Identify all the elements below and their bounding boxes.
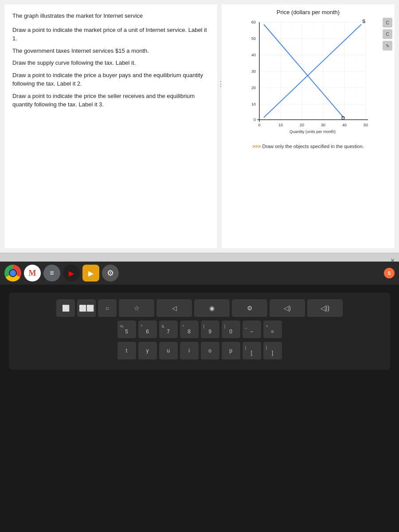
key-mute[interactable]: ◁) — [270, 299, 305, 318]
chrome-icon[interactable] — [4, 265, 21, 282]
svg-text:10: 10 — [278, 123, 283, 127]
key-lbracket[interactable]: {[ — [243, 342, 261, 360]
svg-text:D: D — [341, 115, 345, 121]
key-circle[interactable]: ○ — [98, 299, 117, 318]
svg-text:Quantity (units per month): Quantity (units per month) — [289, 129, 336, 134]
svg-text:10: 10 — [251, 102, 256, 106]
key-minus[interactable]: _− — [243, 321, 261, 339]
key-6[interactable]: ^6 — [138, 321, 157, 339]
side-icons: C C ✎ — [383, 18, 392, 51]
svg-text:0: 0 — [258, 123, 260, 127]
svg-line-41 — [264, 24, 344, 117]
key-5[interactable]: %5 — [117, 321, 136, 339]
key-multiwindow[interactable]: ⬜⬜ — [77, 299, 96, 318]
plex-icon[interactable]: ▶ — [82, 265, 99, 282]
taskbar: M ≡ ▶ ▶ ⚙ S — [0, 262, 399, 285]
keyboard: ⬜ ⬜⬜ ○ ☆ ◁ ◉ ⚙ ◁) ◁)) %5 ^6 &7 *8 — [9, 293, 390, 370]
svg-text:30: 30 — [321, 123, 325, 127]
tyuiop-row: t y u i o p {[ }] — [16, 342, 383, 360]
function-key-row: ⬜ ⬜⬜ ○ ☆ ◁ ◉ ⚙ ◁) ◁)) — [16, 299, 383, 318]
svg-text:20: 20 — [251, 86, 256, 90]
side-icon-1[interactable]: C — [383, 18, 392, 27]
main-content: The graph illustrates the market for Int… — [0, 0, 399, 253]
settings-icon[interactable]: ⚙ — [102, 265, 119, 282]
svg-text:40: 40 — [251, 53, 256, 57]
draw-instruction: >>> Draw only the objects specified in t… — [252, 144, 364, 149]
svg-text:30: 30 — [251, 69, 256, 74]
side-icon-3[interactable]: ✎ — [383, 41, 392, 51]
gmail-icon[interactable]: M — [24, 265, 41, 282]
svg-text:40: 40 — [342, 123, 347, 127]
side-icon-2[interactable]: C — [383, 29, 392, 39]
key-o[interactable]: o — [201, 342, 219, 360]
key-t[interactable]: t — [117, 342, 136, 360]
svg-text:50: 50 — [364, 123, 368, 127]
task-1: Draw a point to indicate the market pric… — [12, 26, 209, 43]
key-equals[interactable]: += — [263, 321, 282, 339]
key-7[interactable]: &7 — [159, 321, 178, 339]
key-y[interactable]: y — [138, 342, 157, 360]
files-icon[interactable]: ≡ — [43, 265, 60, 282]
key-p[interactable]: p — [222, 342, 240, 360]
key-screen[interactable]: ⬜ — [56, 299, 75, 318]
key-0[interactable]: )0 — [222, 321, 240, 339]
taskbar-badge: S — [384, 268, 395, 278]
taskbar-right: S — [384, 268, 395, 278]
key-mirror[interactable]: ◉ — [194, 299, 230, 318]
draw-note-text: Draw only the objects specified in the q… — [262, 144, 364, 149]
key-brightness-down[interactable]: ☆ — [119, 299, 154, 318]
key-settings-fn[interactable]: ⚙ — [232, 299, 267, 318]
keyboard-area: ⬜ ⬜⬜ ○ ☆ ◁ ◉ ⚙ ◁) ◁)) %5 ^6 &7 *8 — [0, 284, 399, 532]
key-u[interactable]: u — [159, 342, 178, 360]
intro-text: The graph illustrates the market for Int… — [12, 12, 209, 20]
key-8[interactable]: *8 — [180, 321, 199, 339]
key-brightness-up[interactable]: ◁ — [156, 299, 192, 318]
number-key-row: %5 ^6 &7 *8 (9 )0 _− += — [16, 321, 383, 339]
svg-text:0: 0 — [254, 117, 256, 122]
key-vol-down[interactable]: ◁)) — [307, 299, 343, 318]
graph-panel: Price (dollars per month) C C ✎ — [222, 4, 395, 248]
arrows-icon: >>> — [252, 144, 261, 149]
graph-title: Price (dollars per month) — [277, 9, 340, 16]
key-rbracket[interactable]: }] — [263, 342, 282, 360]
screen: The graph illustrates the market for Int… — [0, 0, 399, 284]
svg-text:60: 60 — [251, 20, 256, 24]
svg-text:S: S — [362, 19, 365, 24]
youtube-icon[interactable]: ▶ — [63, 265, 80, 282]
task-5: Draw a point to indicate the price the s… — [12, 92, 209, 109]
svg-text:50: 50 — [251, 36, 256, 41]
instructions-panel: The graph illustrates the market for Int… — [4, 4, 217, 248]
task-2: The government taxes Internet services $… — [12, 47, 209, 55]
task-4: Draw a point to indicate the price a buy… — [12, 71, 209, 88]
graph-svg[interactable]: 0 10 20 30 40 50 60 0 10 20 30 40 50 Qua… — [242, 18, 375, 142]
key-i[interactable]: i — [180, 342, 199, 360]
task-3: Draw the supply curve following the tax.… — [12, 59, 209, 67]
key-9[interactable]: (9 — [201, 321, 219, 339]
svg-text:20: 20 — [300, 123, 304, 127]
